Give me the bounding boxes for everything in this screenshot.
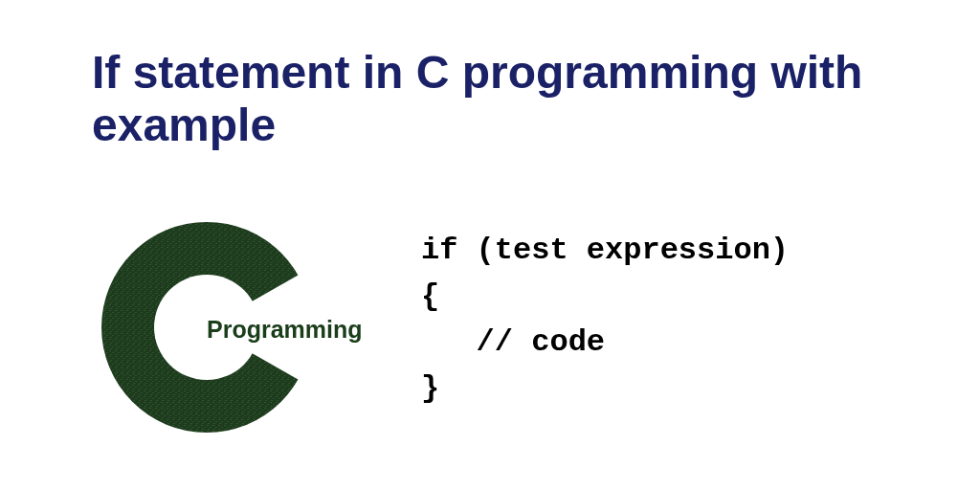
code-line: // code (421, 324, 605, 360)
code-line: } (421, 370, 439, 406)
c-programming-logo: Programming (92, 212, 341, 461)
code-line: { (421, 278, 439, 314)
code-line: if (test expression) (421, 233, 789, 268)
page-title: If statement in C programming with examp… (92, 46, 915, 151)
code-snippet: if (test expression) { // code } (421, 228, 789, 412)
logo-label: Programming (207, 316, 363, 344)
